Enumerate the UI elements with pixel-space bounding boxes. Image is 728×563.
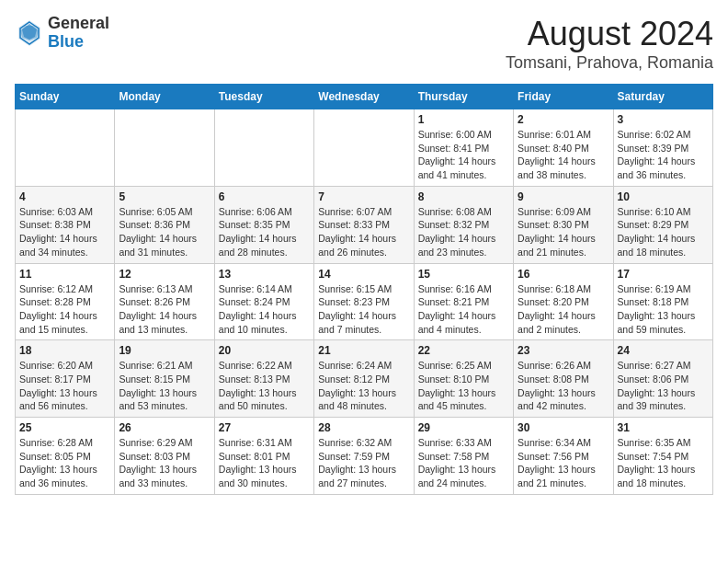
week-row-5: 25Sunrise: 6:28 AMSunset: 8:05 PMDayligh… bbox=[16, 418, 713, 495]
day-info: Sunrise: 6:16 AMSunset: 8:21 PMDaylight:… bbox=[418, 282, 509, 337]
logo-icon bbox=[15, 18, 44, 48]
day-number: 3 bbox=[618, 113, 709, 126]
calendar-header: SundayMondayTuesdayWednesdayThursdayFrid… bbox=[16, 85, 713, 109]
day-number: 9 bbox=[518, 190, 609, 203]
day-number: 26 bbox=[119, 421, 210, 434]
day-number: 12 bbox=[119, 268, 210, 281]
header: General Blue August 2024 Tomsani, Prahov… bbox=[15, 15, 713, 73]
day-info: Sunrise: 6:13 AMSunset: 8:26 PMDaylight:… bbox=[119, 282, 210, 337]
calendar-cell: 16Sunrise: 6:18 AMSunset: 8:20 PMDayligh… bbox=[514, 263, 613, 340]
calendar-cell: 31Sunrise: 6:35 AMSunset: 7:54 PMDayligh… bbox=[613, 418, 712, 495]
calendar-cell: 11Sunrise: 6:12 AMSunset: 8:28 PMDayligh… bbox=[16, 263, 115, 340]
day-info: Sunrise: 6:09 AMSunset: 8:30 PMDaylight:… bbox=[518, 205, 609, 259]
header-day-sunday: Sunday bbox=[16, 85, 115, 109]
calendar-table: SundayMondayTuesdayWednesdayThursdayFrid… bbox=[15, 84, 713, 495]
day-number: 28 bbox=[318, 421, 409, 434]
calendar-cell: 19Sunrise: 6:21 AMSunset: 8:15 PMDayligh… bbox=[115, 340, 214, 418]
day-info: Sunrise: 6:18 AMSunset: 8:20 PMDaylight:… bbox=[518, 282, 609, 337]
day-info: Sunrise: 6:20 AMSunset: 8:17 PMDaylight:… bbox=[19, 359, 110, 413]
calendar-cell bbox=[314, 109, 414, 187]
calendar-cell: 10Sunrise: 6:10 AMSunset: 8:29 PMDayligh… bbox=[613, 186, 712, 263]
calendar-cell: 3Sunrise: 6:02 AMSunset: 8:39 PMDaylight… bbox=[613, 109, 712, 187]
day-info: Sunrise: 6:02 AMSunset: 8:39 PMDaylight:… bbox=[618, 128, 709, 182]
day-number: 23 bbox=[518, 344, 609, 357]
day-number: 22 bbox=[418, 344, 509, 357]
calendar-cell: 25Sunrise: 6:28 AMSunset: 8:05 PMDayligh… bbox=[16, 418, 115, 495]
week-row-2: 4Sunrise: 6:03 AMSunset: 8:38 PMDaylight… bbox=[16, 186, 713, 263]
day-number: 21 bbox=[318, 344, 409, 357]
day-info: Sunrise: 6:24 AMSunset: 8:12 PMDaylight:… bbox=[318, 359, 409, 413]
calendar-cell bbox=[214, 109, 313, 187]
day-number: 18 bbox=[19, 344, 110, 357]
calendar-cell: 18Sunrise: 6:20 AMSunset: 8:17 PMDayligh… bbox=[16, 340, 115, 418]
calendar-cell: 29Sunrise: 6:33 AMSunset: 7:58 PMDayligh… bbox=[414, 418, 513, 495]
day-info: Sunrise: 6:10 AMSunset: 8:29 PMDaylight:… bbox=[618, 205, 709, 259]
calendar-title: August 2024 bbox=[506, 15, 713, 53]
calendar-cell: 7Sunrise: 6:07 AMSunset: 8:33 PMDaylight… bbox=[314, 186, 414, 263]
calendar-subtitle: Tomsani, Prahova, Romania bbox=[506, 53, 713, 73]
day-number: 29 bbox=[418, 421, 509, 434]
calendar-cell: 30Sunrise: 6:34 AMSunset: 7:56 PMDayligh… bbox=[514, 418, 613, 495]
day-info: Sunrise: 6:27 AMSunset: 8:06 PMDaylight:… bbox=[618, 359, 709, 413]
day-info: Sunrise: 6:06 AMSunset: 8:35 PMDaylight:… bbox=[219, 205, 310, 259]
day-info: Sunrise: 6:07 AMSunset: 8:33 PMDaylight:… bbox=[318, 205, 409, 259]
day-number: 6 bbox=[219, 190, 310, 203]
day-info: Sunrise: 6:08 AMSunset: 8:32 PMDaylight:… bbox=[418, 205, 509, 259]
calendar-cell: 6Sunrise: 6:06 AMSunset: 8:35 PMDaylight… bbox=[214, 186, 313, 263]
day-number: 16 bbox=[518, 268, 609, 281]
day-number: 15 bbox=[418, 268, 509, 281]
header-row: SundayMondayTuesdayWednesdayThursdayFrid… bbox=[16, 85, 713, 109]
calendar-cell: 24Sunrise: 6:27 AMSunset: 8:06 PMDayligh… bbox=[613, 340, 712, 418]
day-number: 27 bbox=[219, 421, 310, 434]
day-info: Sunrise: 6:32 AMSunset: 7:59 PMDaylight:… bbox=[318, 436, 409, 490]
week-row-3: 11Sunrise: 6:12 AMSunset: 8:28 PMDayligh… bbox=[16, 263, 713, 340]
day-info: Sunrise: 6:31 AMSunset: 8:01 PMDaylight:… bbox=[219, 436, 310, 490]
day-info: Sunrise: 6:14 AMSunset: 8:24 PMDaylight:… bbox=[219, 282, 310, 337]
title-area: August 2024 Tomsani, Prahova, Romania bbox=[506, 15, 713, 73]
calendar-cell: 28Sunrise: 6:32 AMSunset: 7:59 PMDayligh… bbox=[314, 418, 414, 495]
calendar-cell: 22Sunrise: 6:25 AMSunset: 8:10 PMDayligh… bbox=[414, 340, 513, 418]
calendar-cell: 20Sunrise: 6:22 AMSunset: 8:13 PMDayligh… bbox=[214, 340, 313, 418]
calendar-cell: 14Sunrise: 6:15 AMSunset: 8:23 PMDayligh… bbox=[314, 263, 414, 340]
day-info: Sunrise: 6:28 AMSunset: 8:05 PMDaylight:… bbox=[19, 436, 110, 490]
header-day-wednesday: Wednesday bbox=[314, 85, 414, 109]
day-info: Sunrise: 6:15 AMSunset: 8:23 PMDaylight:… bbox=[318, 282, 409, 337]
day-number: 1 bbox=[418, 113, 509, 126]
calendar-cell: 8Sunrise: 6:08 AMSunset: 8:32 PMDaylight… bbox=[414, 186, 513, 263]
day-info: Sunrise: 6:35 AMSunset: 7:54 PMDaylight:… bbox=[618, 436, 709, 490]
day-info: Sunrise: 6:00 AMSunset: 8:41 PMDaylight:… bbox=[418, 128, 509, 182]
day-number: 7 bbox=[318, 190, 409, 203]
logo-text: General Blue bbox=[48, 15, 109, 52]
day-info: Sunrise: 6:26 AMSunset: 8:08 PMDaylight:… bbox=[518, 359, 609, 413]
calendar-cell: 12Sunrise: 6:13 AMSunset: 8:26 PMDayligh… bbox=[115, 263, 214, 340]
day-number: 13 bbox=[219, 268, 310, 281]
calendar-cell: 17Sunrise: 6:19 AMSunset: 8:18 PMDayligh… bbox=[613, 263, 712, 340]
header-day-thursday: Thursday bbox=[414, 85, 513, 109]
day-info: Sunrise: 6:12 AMSunset: 8:28 PMDaylight:… bbox=[19, 282, 110, 337]
day-number: 17 bbox=[618, 268, 709, 281]
day-info: Sunrise: 6:33 AMSunset: 7:58 PMDaylight:… bbox=[418, 436, 509, 490]
day-number: 24 bbox=[618, 344, 709, 357]
week-row-4: 18Sunrise: 6:20 AMSunset: 8:17 PMDayligh… bbox=[16, 340, 713, 418]
day-info: Sunrise: 6:19 AMSunset: 8:18 PMDaylight:… bbox=[618, 282, 709, 337]
header-day-friday: Friday bbox=[514, 85, 613, 109]
calendar-cell: 21Sunrise: 6:24 AMSunset: 8:12 PMDayligh… bbox=[314, 340, 414, 418]
day-number: 14 bbox=[318, 268, 409, 281]
day-number: 8 bbox=[418, 190, 509, 203]
day-number: 25 bbox=[19, 421, 110, 434]
logo: General Blue bbox=[15, 15, 109, 52]
calendar-cell: 15Sunrise: 6:16 AMSunset: 8:21 PMDayligh… bbox=[414, 263, 513, 340]
calendar-cell: 1Sunrise: 6:00 AMSunset: 8:41 PMDaylight… bbox=[414, 109, 513, 187]
day-info: Sunrise: 6:01 AMSunset: 8:40 PMDaylight:… bbox=[518, 128, 609, 182]
day-info: Sunrise: 6:03 AMSunset: 8:38 PMDaylight:… bbox=[19, 205, 110, 259]
day-number: 2 bbox=[518, 113, 609, 126]
header-day-monday: Monday bbox=[115, 85, 214, 109]
calendar-cell: 2Sunrise: 6:01 AMSunset: 8:40 PMDaylight… bbox=[514, 109, 613, 187]
day-info: Sunrise: 6:29 AMSunset: 8:03 PMDaylight:… bbox=[119, 436, 210, 490]
day-number: 30 bbox=[518, 421, 609, 434]
day-info: Sunrise: 6:25 AMSunset: 8:10 PMDaylight:… bbox=[418, 359, 509, 413]
header-day-saturday: Saturday bbox=[613, 85, 712, 109]
day-info: Sunrise: 6:21 AMSunset: 8:15 PMDaylight:… bbox=[119, 359, 210, 413]
calendar-body: 1Sunrise: 6:00 AMSunset: 8:41 PMDaylight… bbox=[16, 109, 713, 495]
week-row-1: 1Sunrise: 6:00 AMSunset: 8:41 PMDaylight… bbox=[16, 109, 713, 187]
